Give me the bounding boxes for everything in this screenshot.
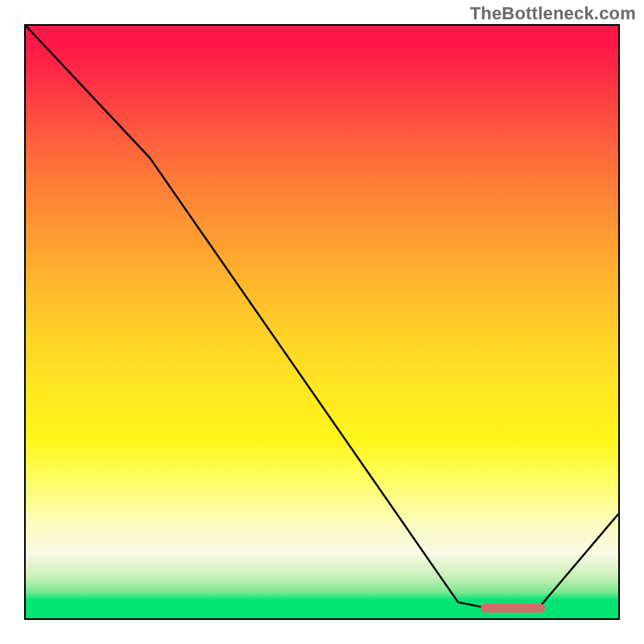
chart-frame	[24, 24, 620, 620]
curve-path	[26, 26, 618, 609]
bottleneck-curve	[26, 26, 618, 618]
optimal-range-marker	[481, 604, 545, 613]
watermark-text: TheBottleneck.com	[470, 3, 636, 24]
